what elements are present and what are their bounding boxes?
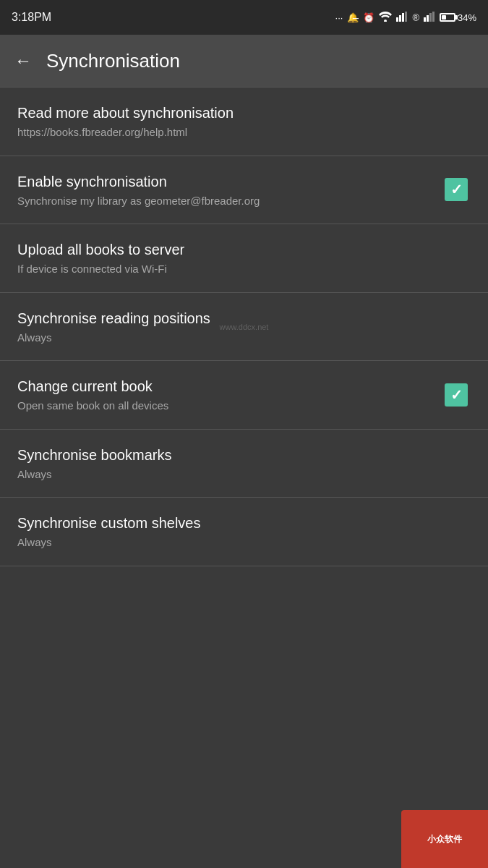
svg-rect-7	[429, 13, 432, 22]
list-item-content: Upload all books to server If device is …	[17, 240, 471, 276]
list-item-row[interactable]: Upload all books to server If device is …	[0, 224, 488, 292]
list-item-title-sync-shelves: Synchronise custom shelves	[17, 514, 459, 532]
list-item-sync-shelves[interactable]: Synchronise custom shelves Always	[0, 498, 488, 566]
checkbox-enable-sync[interactable]: ✓	[442, 175, 471, 204]
divider-sync-shelves	[0, 566, 488, 566]
dots-icon: ···	[335, 12, 343, 23]
list-item-content: Read more about synchronisation https://…	[17, 103, 471, 140]
list-item-title-read-more: Read more about synchronisation	[17, 103, 459, 122]
registered-icon: ®	[412, 12, 419, 23]
list-item-row[interactable]: Change current book Open same book on al…	[0, 361, 488, 429]
svg-rect-4	[405, 12, 407, 22]
list-item-title-enable-sync: Enable synchronisation	[17, 172, 430, 191]
page-title: Synchronisation	[46, 50, 180, 72]
list-item-upload-books[interactable]: Upload all books to server If device is …	[0, 224, 488, 293]
status-time: 3:18PM	[12, 11, 51, 24]
status-icons: ··· 🔔̶ ⏰ ®	[335, 12, 476, 24]
list-item-subtitle-enable-sync: Synchronise my library as geometer@fbrea…	[17, 194, 430, 208]
list-item-subtitle-sync-reading: Always	[17, 331, 459, 345]
svg-rect-3	[402, 13, 404, 22]
alarm-icon: ⏰	[363, 12, 374, 23]
svg-point-0	[384, 20, 387, 22]
list-item-read-more[interactable]: Read more about synchronisation https://…	[0, 88, 488, 156]
battery-indicator: 34%	[440, 12, 476, 23]
list-item-title-sync-bookmarks: Synchronise bookmarks	[17, 446, 459, 464]
svg-rect-8	[432, 12, 435, 22]
checkmark-icon: ✓	[450, 182, 463, 197]
list-item-enable-sync[interactable]: Enable synchronisation Synchronise my li…	[0, 156, 488, 225]
svg-rect-5	[424, 17, 426, 22]
list-item-content: Synchronise custom shelves Always	[17, 514, 471, 550]
list-item-title-sync-reading: Synchronise reading positions	[17, 309, 459, 328]
list-item-content: Enable synchronisation Synchronise my li…	[17, 172, 442, 208]
silent-icon: 🔔̶	[347, 12, 359, 23]
list-item-subtitle-change-book: Open same book on all devices	[17, 399, 430, 413]
svg-rect-2	[399, 15, 401, 22]
app-bar: ← Synchronisation	[0, 35, 488, 87]
list-item-row[interactable]: Synchronise bookmarks Always	[0, 430, 488, 498]
list-item-content: Change current book Open same book on al…	[17, 377, 442, 413]
list-item-row[interactable]: Synchronise reading positions Always	[0, 293, 488, 361]
list-item-subtitle-read-more: https://books.fbreader.org/help.html	[17, 125, 459, 140]
svg-rect-6	[427, 15, 429, 22]
list-item-subtitle-upload-books: If device is connected via Wi-Fi	[17, 262, 459, 276]
signal2-icon	[424, 12, 435, 24]
battery-text: 34%	[458, 12, 476, 23]
list-item-content: Synchronise reading positions Always	[17, 309, 471, 345]
bottom-watermark: 小众软件	[401, 810, 488, 868]
status-bar: 3:18PM ··· 🔔̶ ⏰ ®	[0, 0, 488, 35]
wifi-icon	[379, 12, 392, 24]
signal-icon	[396, 12, 408, 24]
list-item-subtitle-sync-bookmarks: Always	[17, 467, 459, 482]
list-item-sync-bookmarks[interactable]: Synchronise bookmarks Always	[0, 430, 488, 498]
list-item-sync-reading[interactable]: Synchronise reading positions Always www…	[0, 293, 488, 362]
list-item-row[interactable]: Synchronise custom shelves Always	[0, 498, 488, 566]
checkbox-indicator: ✓	[445, 383, 468, 407]
list-item-change-book[interactable]: Change current book Open same book on al…	[0, 361, 488, 430]
checkbox-indicator: ✓	[445, 178, 468, 201]
list-item-title-change-book: Change current book	[17, 377, 430, 396]
watermark-label: 小众软件	[427, 833, 462, 846]
checkbox-change-book[interactable]: ✓	[442, 380, 471, 409]
svg-rect-1	[396, 17, 398, 22]
checkmark-icon: ✓	[450, 388, 463, 402]
list-item-row[interactable]: Enable synchronisation Synchronise my li…	[0, 156, 488, 224]
list-item-content: Synchronise bookmarks Always	[17, 446, 471, 482]
back-button[interactable]: ←	[14, 51, 32, 71]
list-item-subtitle-sync-shelves: Always	[17, 535, 459, 550]
list-item-title-upload-books: Upload all books to server	[17, 240, 459, 259]
list-item-row[interactable]: Read more about synchronisation https://…	[0, 88, 488, 156]
settings-list: Read more about synchronisation https://…	[0, 88, 488, 566]
